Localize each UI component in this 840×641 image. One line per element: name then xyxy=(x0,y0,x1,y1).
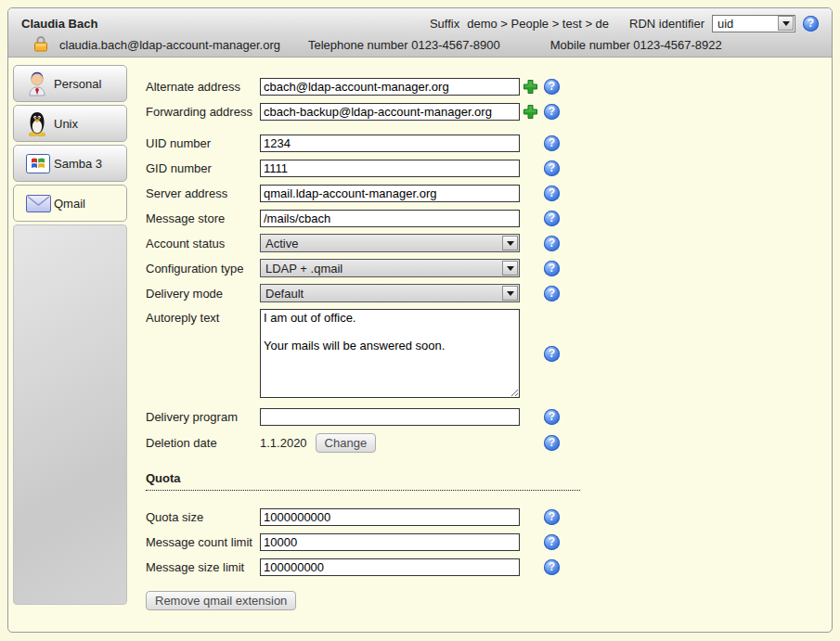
field-label: Server address xyxy=(146,186,260,200)
help-icon[interactable] xyxy=(544,135,560,151)
lock-icon xyxy=(34,35,47,55)
delivery-program-input[interactable] xyxy=(260,408,520,426)
help-icon[interactable] xyxy=(544,509,560,525)
field-label: Message store xyxy=(146,212,260,225)
help-icon[interactable] xyxy=(544,435,560,451)
field-row-server-address: Server address xyxy=(146,184,811,202)
field-row-autoreply-text: Autoreply text I am out of office. Your … xyxy=(146,309,811,398)
account-email: claudia.bach@ldap-account-manager.org xyxy=(59,38,280,52)
rdn-identifier-select[interactable]: uid xyxy=(712,15,795,32)
message-count-limit-input[interactable] xyxy=(260,533,520,551)
rdn-selected-value: uid xyxy=(717,17,778,31)
person-icon xyxy=(26,71,54,96)
help-icon[interactable] xyxy=(544,409,560,425)
field-label: Forwarding address xyxy=(146,105,260,119)
help-icon[interactable] xyxy=(544,286,560,301)
delivery-mode-select[interactable]: Default xyxy=(260,284,520,302)
mobile-label: Mobile number xyxy=(550,38,630,52)
help-icon[interactable] xyxy=(803,16,819,32)
tab-unix[interactable]: Unix xyxy=(13,105,127,142)
rdn-identifier-label: RDN identifier xyxy=(629,17,704,31)
field-label: Alternate address xyxy=(146,80,260,94)
help-icon[interactable] xyxy=(544,104,560,120)
account-header: Claudia Bach Suffix demo > People > test… xyxy=(8,8,832,58)
tab-label: Samba 3 xyxy=(54,157,102,171)
envelope-icon xyxy=(26,195,54,212)
server-address-input[interactable] xyxy=(260,185,520,202)
breadcrumb: demo > People > test > de xyxy=(467,17,609,31)
field-label: Message size limit xyxy=(146,560,260,574)
selected-value: Active xyxy=(265,237,502,250)
tab-label: Qmail xyxy=(54,197,85,211)
field-row-delivery-mode: Delivery mode Default xyxy=(146,284,811,302)
field-row-message-count-limit: Message count limit xyxy=(146,532,811,551)
suffix-label: Suffix xyxy=(430,17,459,31)
remove-qmail-extension-button[interactable]: Remove qmail extension xyxy=(146,591,296,610)
field-row-forwarding-address: Forwarding address xyxy=(146,102,811,121)
help-icon[interactable] xyxy=(544,559,560,575)
tab-label: Personal xyxy=(54,77,101,91)
help-icon[interactable] xyxy=(544,186,560,201)
autoreply-textarea[interactable]: I am out of office. Your mails will be a… xyxy=(260,309,520,398)
field-label: Deletion date xyxy=(146,436,260,450)
page-title: Claudia Bach xyxy=(21,17,97,31)
penguin-icon xyxy=(26,110,54,136)
field-row-configuration-type: Configuration type LDAP + .qmail xyxy=(146,259,811,277)
field-row-alternate-address: Alternate address xyxy=(146,77,811,96)
help-icon[interactable] xyxy=(544,236,560,251)
uid-number-input[interactable] xyxy=(260,135,520,152)
tab-qmail[interactable]: Qmail xyxy=(13,185,127,222)
help-icon[interactable] xyxy=(544,534,560,550)
field-row-message-store: Message store xyxy=(146,209,811,227)
help-icon[interactable] xyxy=(544,261,560,276)
field-label: UID number xyxy=(146,136,260,150)
account-status-select[interactable]: Active xyxy=(260,234,520,252)
field-label: Account status xyxy=(146,237,260,250)
message-store-input[interactable] xyxy=(260,210,520,227)
chevron-down-icon[interactable] xyxy=(502,236,518,250)
field-label: Configuration type xyxy=(146,262,260,276)
selected-value: LDAP + .qmail xyxy=(265,262,502,276)
telephone-number: Telephone number 0123-4567-8900 xyxy=(308,38,500,52)
add-icon[interactable] xyxy=(523,104,538,120)
field-row-message-size-limit: Message size limit xyxy=(146,558,811,576)
quota-section-heading: Quota xyxy=(146,471,580,491)
help-icon[interactable] xyxy=(544,79,560,95)
tab-label: Unix xyxy=(54,117,78,131)
field-label: Message count limit xyxy=(146,535,260,549)
sidebar-filler xyxy=(13,224,127,605)
gid-number-input[interactable] xyxy=(260,160,520,177)
mobile-number: Mobile number 0123-4567-8922 xyxy=(550,38,722,52)
telephone-label: Telephone number xyxy=(308,38,408,52)
alternate-address-input[interactable] xyxy=(260,78,520,96)
tab-personal[interactable]: Personal xyxy=(13,65,127,102)
field-row-delivery-program: Delivery program xyxy=(146,407,811,426)
change-date-button[interactable]: Change xyxy=(316,433,377,453)
forwarding-address-input[interactable] xyxy=(260,103,520,121)
add-icon[interactable] xyxy=(523,79,538,95)
field-row-gid-number: GID number xyxy=(146,159,811,177)
field-row-uid-number: UID number xyxy=(146,134,811,152)
field-label: Quota size xyxy=(146,510,260,524)
help-icon[interactable] xyxy=(544,211,560,226)
field-row-deletion-date: Deletion date 1.1.2020 Change xyxy=(146,432,811,453)
quota-size-input[interactable] xyxy=(260,508,520,526)
field-row-quota-size: Quota size xyxy=(146,507,811,526)
field-label: GID number xyxy=(146,161,260,175)
message-size-limit-input[interactable] xyxy=(260,558,520,576)
field-row-account-status: Account status Active xyxy=(146,234,811,252)
windows-icon xyxy=(26,154,54,173)
help-icon[interactable] xyxy=(544,160,560,176)
chevron-down-icon[interactable] xyxy=(778,16,794,31)
help-icon[interactable] xyxy=(544,346,560,362)
qmail-form: Alternate address Forwarding address xyxy=(127,65,822,610)
chevron-down-icon[interactable] xyxy=(502,286,518,301)
tab-samba3[interactable]: Samba 3 xyxy=(13,145,127,182)
configuration-type-select[interactable]: LDAP + .qmail xyxy=(260,259,520,277)
field-label: Delivery program xyxy=(146,410,260,424)
chevron-down-icon[interactable] xyxy=(502,261,518,276)
deletion-date-value: 1.1.2020 xyxy=(260,436,307,450)
field-label: Autoreply text xyxy=(146,309,260,325)
field-label: Delivery mode xyxy=(146,287,260,301)
module-tab-bar: Personal Unix xyxy=(13,65,127,610)
